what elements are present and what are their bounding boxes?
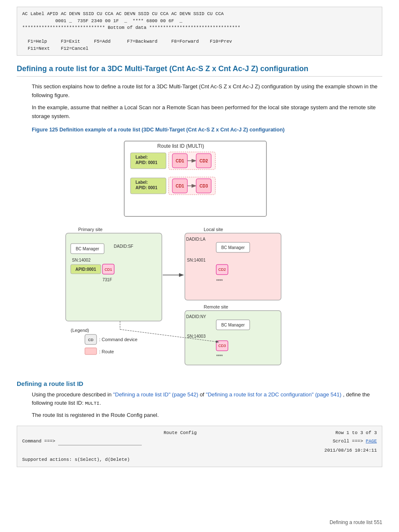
- route-config-scroll: Scroll ===> PAGE: [332, 438, 377, 446]
- main-heading: Defining a route list for a 3DC Multi-Ta…: [17, 64, 382, 77]
- route-config-command: Command ===>: [22, 438, 142, 446]
- svg-text:Remote site: Remote site: [204, 304, 228, 309]
- svg-text:Local site: Local site: [204, 227, 223, 232]
- svg-text:SN:14003: SN:14003: [187, 334, 206, 339]
- svg-text:SN:14002: SN:14002: [72, 258, 91, 262]
- svg-text:APID: 0001: APID: 0001: [136, 160, 158, 165]
- svg-text:DADID:SF: DADID:SF: [114, 244, 133, 249]
- svg-text:SN:14001: SN:14001: [187, 258, 206, 262]
- figure-svg: Route list ID (MULTI) Label: APID: 0001 …: [53, 137, 346, 373]
- svg-rect-19: [169, 177, 215, 195]
- route-config-supported: Supported actions: s(Select), d(Delete): [22, 456, 377, 464]
- subsection-heading: Defining a route list ID: [17, 380, 382, 387]
- subsection-para1: Using the procedure described in "Defini…: [32, 391, 382, 408]
- svg-text:****: ****: [216, 279, 223, 283]
- svg-text:CD2: CD2: [218, 267, 226, 272]
- route-config-spacer: [22, 429, 25, 437]
- intro-section: This section explains how to define a ro…: [17, 82, 382, 121]
- terminal-top: AC Label APID AC DEVN SSID CU CCA AC DEV…: [17, 7, 382, 56]
- svg-text:Label:: Label:: [136, 155, 148, 159]
- intro-para1: This section explains how to define a ro…: [32, 82, 382, 100]
- subsection-body: Using the procedure described in "Defini…: [17, 391, 382, 420]
- page-footer: Defining a route list 551: [330, 519, 382, 525]
- svg-text:CD3: CD3: [218, 344, 226, 348]
- svg-text:: Command device: : Command device: [99, 337, 138, 342]
- route-config-row-info: Row 1 to 3 of 3: [335, 429, 377, 437]
- svg-text:APID:0001: APID:0001: [75, 267, 96, 272]
- svg-text:CD: CD: [88, 338, 94, 342]
- link-2dc-config[interactable]: "Defining a route list for a 2DC configu…: [206, 391, 341, 398]
- svg-text:APID: 0001: APID: 0001: [136, 185, 158, 190]
- svg-text:DADID:NY: DADID:NY: [186, 314, 206, 319]
- route-config-timestamp: 2011/08/16 10:24:11: [325, 448, 377, 453]
- route-config-title: Route Config: [25, 429, 335, 437]
- link-route-list-id[interactable]: "Defining a route list ID" (page 542): [113, 391, 198, 398]
- terminal-line-1: AC Label APID AC DEVN SSID CU CCA AC DEV…: [22, 10, 377, 18]
- figure-caption: Figure 125 Definition example of a route…: [17, 127, 382, 133]
- svg-rect-56: [85, 348, 97, 355]
- svg-text:BC Manager: BC Manager: [221, 323, 245, 327]
- intro-para2: In the example, assume that neither a Lo…: [32, 103, 382, 121]
- terminal-fkeys-1: F1=Help F3=Exit F5=Add F7=Backward F8=Fo…: [22, 38, 377, 45]
- route-config-block: Route Config Row 1 to 3 of 3 Command ===…: [17, 426, 382, 467]
- svg-text:Route list ID (MULTI): Route list ID (MULTI): [157, 143, 204, 149]
- svg-text:CD1: CD1: [105, 267, 112, 272]
- svg-text:DADID:LA: DADID:LA: [186, 237, 205, 242]
- figure-container: Route list ID (MULTI) Label: APID: 0001 …: [17, 137, 382, 373]
- svg-text:(Legend): (Legend): [71, 328, 89, 333]
- svg-text:: Route: : Route: [99, 349, 114, 354]
- scroll-page-link[interactable]: PAGE: [366, 439, 377, 444]
- subsection-para2: The route list is registered in the Rout…: [32, 411, 382, 420]
- svg-rect-10: [169, 152, 215, 170]
- terminal-fkeys-2: F11=Next F12=Cancel: [22, 45, 377, 52]
- svg-text:Label:: Label:: [136, 180, 148, 185]
- svg-text:Primary site: Primary site: [78, 227, 102, 232]
- terminal-line-2: 0001 _ 735F 2340 00 1F _ **** 6800 00 6F…: [22, 18, 377, 25]
- page-container: AC Label APID AC DEVN SSID CU CCA AC DEV…: [0, 0, 399, 532]
- svg-text:BC Manager: BC Manager: [76, 247, 100, 251]
- svg-text:731F: 731F: [102, 278, 112, 282]
- terminal-line-3: ****************************** Bottom of…: [22, 24, 377, 31]
- svg-text:****: ****: [216, 354, 223, 359]
- svg-text:BC Manager: BC Manager: [221, 245, 245, 250]
